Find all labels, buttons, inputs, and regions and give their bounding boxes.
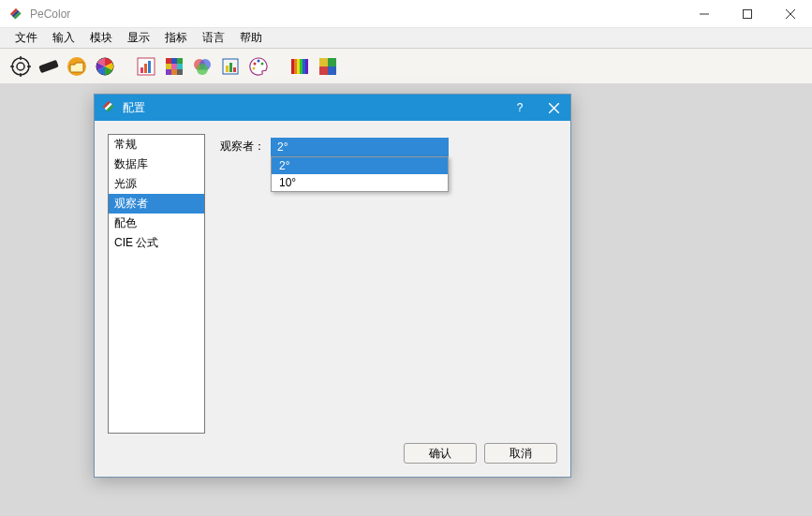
- observer-combo-value: 2°: [277, 140, 288, 154]
- toolbar: [0, 49, 812, 84]
- svg-rect-26: [166, 69, 171, 75]
- dialog-titlebar: 配置 ?: [95, 95, 570, 121]
- svg-rect-22: [177, 58, 183, 64]
- svg-point-37: [258, 59, 260, 62]
- titlebar: PeColor: [0, 0, 812, 28]
- dialog-body: 常规 数据库 光源 观察者 配色 CIE 公式 观察者： 2° 2°: [95, 121, 570, 434]
- ok-button[interactable]: 确认: [404, 443, 477, 464]
- svg-rect-4: [744, 9, 752, 18]
- toolbar-quadrant-icon[interactable]: [317, 55, 339, 78]
- observer-option-2deg[interactable]: 2°: [272, 157, 448, 174]
- svg-rect-23: [166, 64, 171, 69]
- svg-point-36: [254, 62, 257, 65]
- observer-field: 观察者： 2° 2° 10°: [220, 138, 557, 156]
- config-sidebar: 常规 数据库 光源 观察者 配色 CIE 公式: [108, 134, 205, 434]
- svg-rect-20: [166, 58, 171, 64]
- menu-language[interactable]: 语言: [195, 28, 232, 48]
- menu-display[interactable]: 显示: [120, 28, 157, 48]
- svg-rect-47: [328, 58, 336, 66]
- app-title: PeColor: [30, 7, 683, 21]
- svg-point-7: [12, 58, 29, 75]
- dialog-help-button[interactable]: ?: [503, 95, 537, 121]
- menu-input[interactable]: 输入: [45, 28, 82, 48]
- svg-point-31: [197, 64, 208, 75]
- maximize-button[interactable]: [726, 0, 769, 28]
- sidebar-item-database[interactable]: 数据库: [109, 155, 204, 174]
- config-dialog: 配置 ? 常规 数据库 光源 观察者 配色 CIE 公式 观察者： 2°: [94, 94, 571, 478]
- svg-rect-33: [226, 66, 229, 72]
- sidebar-item-matching[interactable]: 配色: [109, 214, 204, 233]
- svg-text:?: ?: [517, 102, 524, 113]
- svg-point-38: [261, 62, 264, 65]
- svg-rect-41: [294, 59, 297, 74]
- close-button[interactable]: [769, 0, 812, 28]
- menu-help[interactable]: 帮助: [232, 28, 270, 48]
- observer-label: 观察者：: [220, 138, 265, 155]
- toolbar-folder-icon[interactable]: [66, 55, 88, 78]
- toolbar-colorwheel-icon[interactable]: [94, 55, 116, 78]
- sidebar-item-general[interactable]: 常规: [109, 135, 204, 155]
- dialog-logo-icon: [102, 100, 117, 115]
- svg-rect-24: [171, 64, 177, 69]
- svg-point-8: [17, 63, 24, 70]
- app-logo-icon: [9, 7, 24, 22]
- observer-dropdown[interactable]: 2° 2° 10°: [271, 138, 449, 156]
- svg-rect-40: [291, 59, 294, 74]
- svg-rect-28: [177, 69, 183, 75]
- svg-rect-48: [319, 66, 328, 75]
- toolbar-venn-icon[interactable]: [191, 55, 214, 78]
- svg-rect-27: [171, 69, 177, 75]
- toolbar-lab-icon[interactable]: [219, 55, 242, 78]
- svg-rect-43: [300, 59, 303, 74]
- dialog-title: 配置: [123, 100, 503, 116]
- toolbar-settings-icon[interactable]: [9, 55, 32, 78]
- toolbar-spectrum-icon[interactable]: [288, 55, 311, 78]
- menu-file[interactable]: 文件: [7, 28, 45, 48]
- toolbar-palette-grid-icon[interactable]: [163, 55, 185, 78]
- dialog-footer: 确认 取消: [95, 434, 570, 477]
- svg-rect-46: [319, 58, 328, 66]
- sidebar-item-illuminant[interactable]: 光源: [109, 174, 204, 194]
- menu-indicator[interactable]: 指标: [157, 28, 195, 48]
- svg-rect-19: [148, 61, 151, 73]
- svg-point-39: [253, 66, 256, 69]
- svg-rect-35: [233, 67, 236, 72]
- toolbar-chart-icon[interactable]: [135, 55, 157, 78]
- toolbar-paint-palette-icon[interactable]: [247, 55, 270, 78]
- sidebar-item-cie-formula[interactable]: CIE 公式: [109, 233, 204, 253]
- menubar: 文件 输入 模块 显示 指标 语言 帮助: [0, 28, 812, 49]
- svg-rect-42: [297, 59, 300, 74]
- sidebar-item-observer[interactable]: 观察者: [109, 194, 204, 214]
- observer-combo-list: 2° 10°: [271, 156, 449, 192]
- window-controls: [683, 0, 812, 28]
- svg-rect-21: [171, 58, 177, 64]
- svg-rect-17: [140, 67, 143, 73]
- menu-module[interactable]: 模块: [82, 28, 120, 48]
- svg-rect-34: [229, 63, 232, 72]
- svg-rect-18: [144, 64, 147, 73]
- toolbar-ruler-icon[interactable]: [37, 55, 60, 78]
- svg-rect-44: [303, 59, 305, 74]
- dialog-content: 观察者： 2° 2° 10°: [220, 134, 557, 434]
- dialog-close-button[interactable]: [537, 95, 570, 121]
- observer-option-10deg[interactable]: 10°: [272, 174, 448, 191]
- svg-rect-45: [305, 59, 308, 74]
- cancel-button[interactable]: 取消: [484, 443, 557, 464]
- svg-rect-13: [38, 59, 59, 72]
- minimize-button[interactable]: [683, 0, 726, 28]
- client-area: 配置 ? 常规 数据库 光源 观察者 配色 CIE 公式 观察者： 2°: [0, 84, 812, 516]
- svg-rect-49: [328, 66, 336, 75]
- observer-combo[interactable]: 2°: [271, 138, 449, 156]
- svg-rect-25: [177, 64, 183, 69]
